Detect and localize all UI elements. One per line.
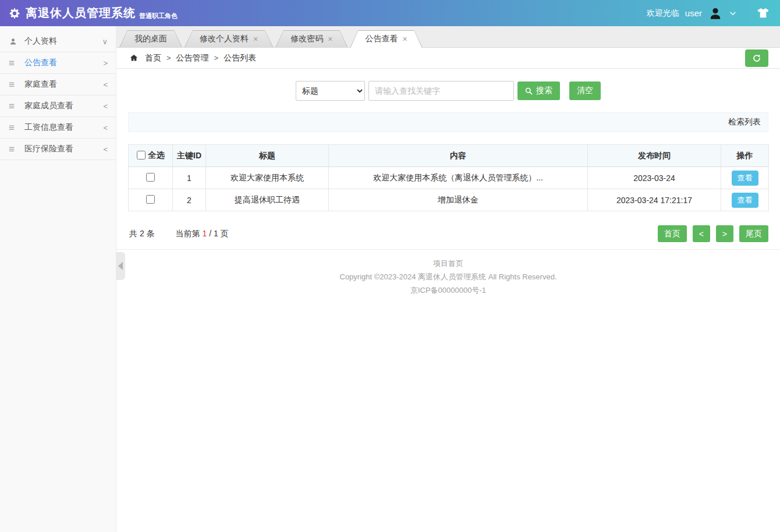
username[interactable]: user — [685, 8, 702, 18]
sidebar-item-medical-insurance-view[interactable]: ≡ 医疗保险查看 < — [0, 139, 116, 160]
tab-edit-profile[interactable]: 修改个人资料 × — [185, 30, 273, 47]
tab-strip: 我的桌面 修改个人资料 × 修改密码 × 公告查看 × — [116, 26, 780, 48]
refresh-button[interactable] — [745, 49, 768, 67]
avatar-icon[interactable] — [708, 6, 723, 21]
tab-label: 修改个人资料 — [200, 34, 249, 44]
main-content: 我的桌面 修改个人资料 × 修改密码 × 公告查看 × — [116, 26, 780, 532]
cell-content: 欢迎大家使用本系统（离退休人员管理系统）... — [329, 167, 588, 189]
sidebar-collapse-handle[interactable] — [116, 252, 125, 280]
gear-icon — [8, 7, 21, 20]
tab-label: 公告查看 — [365, 34, 398, 44]
last-page-button[interactable]: 尾页 — [739, 225, 768, 242]
table-row: 2 提高退休职工待遇 增加退休金 2023-03-24 17:21:17 查看 — [129, 189, 769, 211]
sidebar-item-family-view[interactable]: ≡ 家庭查看 < — [0, 74, 116, 95]
first-page-button[interactable]: 首页 — [658, 225, 687, 242]
project-home-link[interactable]: 项目首页 — [433, 259, 463, 268]
tab-my-desktop[interactable]: 我的桌面 — [119, 30, 182, 47]
column-select-all: 全选 — [148, 150, 165, 161]
close-icon[interactable]: × — [328, 35, 332, 43]
content-divider — [116, 249, 780, 250]
cell-content: 增加退休金 — [329, 189, 588, 211]
welcome-text: 欢迎光临 — [647, 8, 679, 19]
cell-id: 1 — [173, 167, 206, 189]
icp-text: 京ICP备00000000号-1 — [116, 283, 780, 297]
total-count-text: 共 2 条 — [129, 229, 155, 239]
pagination: 共 2 条 当前第 1 / 1 页 首页 < > 尾页 — [129, 225, 768, 242]
column-actions: 操作 — [721, 145, 769, 167]
home-icon — [129, 54, 139, 62]
tab-change-password[interactable]: 修改密码 × — [275, 30, 348, 47]
user-role-label: 普通职工角色 — [139, 12, 178, 20]
search-input[interactable] — [368, 81, 514, 101]
announcement-table-wrap: 全选 主键ID 标题 内容 发布时间 操作 — [128, 144, 768, 211]
chevron-down-icon: ∨ — [102, 37, 108, 46]
cell-title: 欢迎大家使用本系统 — [206, 167, 329, 189]
row-checkbox[interactable] — [146, 195, 155, 204]
row-checkbox[interactable] — [146, 173, 155, 182]
chevron-left-icon: < — [103, 80, 108, 89]
app-title: 离退休人员管理系统 — [26, 5, 136, 21]
tab-label: 我的桌面 — [134, 34, 167, 44]
chevron-left-icon: < — [103, 102, 108, 111]
sidebar-item-label: 公告查看 — [24, 58, 57, 68]
chevron-left-icon: < — [103, 145, 108, 154]
breadcrumb-separator: > — [214, 54, 219, 62]
sidebar-item-label: 工资信息查看 — [24, 122, 73, 133]
cell-publish-time: 2023-03-24 17:21:17 — [588, 189, 721, 211]
user-icon — [9, 37, 19, 46]
view-button[interactable]: 查看 — [732, 193, 758, 208]
list-header-label: 检索列表 — [728, 117, 761, 127]
sidebar-item-personal-info[interactable]: 个人资料 ∨ — [0, 31, 116, 52]
close-icon[interactable]: × — [402, 35, 407, 43]
sidebar-item-announcement-view[interactable]: ≡ 公告查看 > — [0, 52, 116, 74]
breadcrumb-separator: > — [166, 54, 171, 62]
current-page-number: 1 — [202, 229, 207, 238]
list-header-bar: 检索列表 — [128, 112, 768, 132]
table-header-row: 全选 主键ID 标题 内容 发布时间 操作 — [129, 145, 769, 167]
sidebar-item-family-member-view[interactable]: ≡ 家庭成员查看 < — [0, 95, 116, 117]
menu-icon: ≡ — [9, 123, 19, 133]
select-all-checkbox[interactable] — [137, 151, 146, 159]
current-page-suffix: / 1 页 — [209, 229, 228, 238]
breadcrumb-home[interactable]: 首页 — [145, 53, 161, 63]
column-id: 主键ID — [173, 145, 206, 167]
page-footer: 项目首页 Copyright ©2023-2024 离退休人员管理系统 All … — [116, 257, 780, 297]
current-page-prefix: 当前第 — [176, 229, 200, 238]
tab-label: 修改密码 — [290, 34, 323, 44]
search-field-select[interactable]: 标题 — [296, 81, 365, 101]
tab-announcement-view[interactable]: 公告查看 × — [350, 30, 422, 48]
tshirt-icon[interactable] — [757, 8, 770, 19]
search-button[interactable]: 搜索 — [517, 81, 560, 100]
sidebar-item-salary-info-view[interactable]: ≡ 工资信息查看 < — [0, 117, 116, 139]
breadcrumb-announcement-list: 公告列表 — [224, 53, 256, 63]
menu-icon: ≡ — [9, 101, 19, 111]
prev-page-button[interactable]: < — [693, 225, 710, 242]
column-publish-time: 发布时间 — [588, 145, 721, 167]
search-icon — [525, 87, 533, 95]
clear-button-label: 清空 — [577, 86, 593, 96]
menu-icon: ≡ — [9, 144, 19, 154]
page: 离退休人员管理系统 普通职工角色 欢迎光临 user 个人资料 ∨ — [0, 0, 780, 532]
next-page-button[interactable]: > — [716, 225, 733, 242]
search-form: 标题 搜索 清空 — [116, 81, 780, 101]
clear-button[interactable]: 清空 — [569, 81, 601, 100]
column-title: 标题 — [206, 145, 329, 167]
sidebar: 个人资料 ∨ ≡ 公告查看 > ≡ 家庭查看 < ≡ 家庭成员查看 < ≡ 工资… — [0, 26, 116, 532]
menu-icon: ≡ — [9, 58, 19, 68]
sidebar-item-label: 家庭成员查看 — [24, 101, 73, 111]
app-header: 离退休人员管理系统 普通职工角色 欢迎光临 user — [0, 0, 780, 26]
announcement-table: 全选 主键ID 标题 内容 发布时间 操作 — [128, 144, 769, 211]
table-row: 1 欢迎大家使用本系统 欢迎大家使用本系统（离退休人员管理系统）... 2023… — [129, 167, 769, 189]
breadcrumb-announcement-mgmt[interactable]: 公告管理 — [176, 53, 209, 63]
cell-id: 2 — [173, 189, 206, 211]
refresh-icon — [752, 54, 761, 63]
view-button[interactable]: 查看 — [732, 171, 758, 186]
chevron-down-icon[interactable] — [729, 9, 737, 17]
sidebar-item-label: 医疗保险查看 — [24, 144, 73, 154]
sidebar-item-label: 个人资料 — [24, 36, 57, 47]
search-button-label: 搜索 — [536, 86, 552, 96]
breadcrumb: 首页 > 公告管理 > 公告列表 — [129, 53, 256, 63]
cell-title: 提高退休职工待遇 — [206, 189, 329, 211]
close-icon[interactable]: × — [253, 35, 258, 43]
sidebar-item-label: 家庭查看 — [24, 79, 57, 90]
